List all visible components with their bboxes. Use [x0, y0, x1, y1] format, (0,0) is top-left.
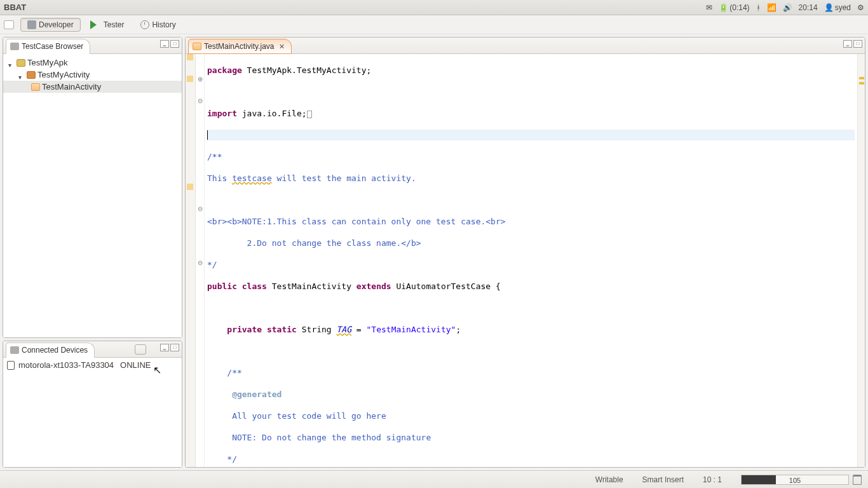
- maximize-view-button[interactable]: □: [170, 40, 179, 48]
- view-testcase-browser: TestCase Browser ‗ □ TestMyApk: [3, 37, 182, 338]
- progress-text: 105: [742, 475, 848, 484]
- device-status: ONLINE: [120, 360, 151, 370]
- browser-tabstrip: TestCase Browser ‗ □: [3, 37, 182, 54]
- package-icon: [27, 71, 36, 79]
- warning-marker[interactable]: [187, 184, 193, 190]
- view-connected-devices: Connected Devices ‗ □ motorola-xt1033-TA…: [3, 341, 182, 468]
- developer-icon: [27, 20, 36, 29]
- volume-icon[interactable]: 🔊: [783, 3, 792, 12]
- perspective-toolbar: Developer Tester History: [0, 15, 868, 34]
- browser-body[interactable]: TestMyApk TestMyActivity TestMainActivit…: [3, 54, 182, 337]
- progress-bar[interactable]: 105: [741, 475, 849, 485]
- maximize-view-button[interactable]: □: [170, 344, 179, 351]
- workbench: TestCase Browser ‗ □ TestMyApk: [0, 34, 868, 470]
- status-bar: Writable Smart Insert 10 : 1 105: [0, 470, 868, 488]
- close-tab-icon[interactable]: ✕: [279, 43, 285, 51]
- open-perspective-button[interactable]: [4, 20, 14, 29]
- status-cursor-position: 10 : 1: [703, 475, 722, 484]
- minimize-editor-button[interactable]: ‗: [843, 40, 852, 48]
- history-icon: [140, 20, 149, 29]
- warning-marker[interactable]: [859, 77, 864, 79]
- warning-marker[interactable]: [187, 76, 193, 82]
- maximize-editor-button[interactable]: □: [853, 40, 862, 48]
- app-title: BBAT: [4, 3, 26, 12]
- minimize-view-button[interactable]: ‗: [160, 40, 169, 48]
- java-file-icon: [193, 43, 201, 50]
- refresh-devices-button[interactable]: [135, 344, 146, 355]
- phone-icon: [7, 361, 15, 370]
- perspective-tester[interactable]: Tester: [83, 18, 132, 32]
- bluetooth-icon[interactable]: ᚼ: [756, 3, 761, 12]
- fold-gutter[interactable]: ⊕ ⊖ ⊖ ⊖: [196, 54, 205, 467]
- tab-testmainactivity-java[interactable]: TestMainActivity.java ✕: [188, 39, 292, 54]
- devices-body[interactable]: motorola-xt1033-TA93304 ONLINE: [3, 358, 182, 467]
- user-menu[interactable]: 👤 syed: [824, 3, 851, 12]
- marker-gutter[interactable]: [186, 54, 196, 467]
- system-tray: ✉ 🔋(0:14) ᚼ 📶 🔊 20:14 👤 syed ⚙: [706, 3, 864, 12]
- cancel-progress-icon[interactable]: [853, 475, 862, 485]
- device-name: motorola-xt1033-TA93304: [18, 360, 114, 370]
- mail-icon[interactable]: ✉: [706, 3, 712, 12]
- perspective-developer[interactable]: Developer: [20, 18, 81, 32]
- device-row[interactable]: motorola-xt1033-TA93304 ONLINE: [7, 360, 178, 370]
- status-writable: Writable: [595, 475, 623, 484]
- editor-body: ⊕ ⊖ ⊖ ⊖ package TestMyApk.TestMyActivity…: [186, 54, 865, 467]
- tab-testcase-browser[interactable]: TestCase Browser: [6, 39, 90, 54]
- left-column: TestCase Browser ‗ □ TestMyApk: [3, 37, 182, 468]
- collapse-fold-icon[interactable]: ⊖: [197, 206, 203, 212]
- overview-ruler[interactable]: [857, 54, 865, 467]
- java-file-icon: [31, 83, 40, 91]
- minimize-view-button[interactable]: ‗: [160, 344, 169, 351]
- editor-column: TestMainActivity.java ✕ ‗ □ ⊕ ⊖ ⊖: [185, 37, 865, 468]
- status-insert-mode: Smart Insert: [642, 475, 684, 484]
- chevron-down-icon[interactable]: [8, 60, 15, 66]
- tab-connected-devices[interactable]: Connected Devices: [6, 342, 95, 358]
- expand-fold-icon[interactable]: ⊕: [197, 76, 203, 83]
- perspective-history[interactable]: History: [133, 18, 182, 32]
- warning-marker[interactable]: [859, 82, 864, 85]
- system-menubar: BBAT ✉ 🔋(0:14) ᚼ 📶 🔊 20:14 👤 syed ⚙: [0, 0, 868, 15]
- devices-icon: [10, 346, 19, 354]
- battery-indicator[interactable]: 🔋(0:14): [719, 3, 749, 12]
- text-caret: [207, 130, 208, 140]
- collapse-fold-icon[interactable]: ⊖: [197, 260, 203, 266]
- progress-area: 105: [741, 475, 862, 485]
- project-icon: [17, 59, 25, 67]
- tester-icon: [90, 20, 101, 29]
- network-icon[interactable]: 📶: [767, 3, 776, 12]
- collapse-fold-icon[interactable]: ⊖: [197, 98, 203, 104]
- folded-imports-indicator[interactable]: [307, 111, 312, 118]
- view-editor: TestMainActivity.java ✕ ‗ □ ⊕ ⊖ ⊖: [185, 37, 865, 468]
- warning-marker[interactable]: [187, 54, 193, 60]
- chevron-down-icon[interactable]: [18, 72, 25, 78]
- clock[interactable]: 20:14: [799, 3, 818, 12]
- tree-file-testmainactivity[interactable]: TestMainActivity: [3, 81, 182, 93]
- devices-tabstrip: Connected Devices ‗ □: [3, 341, 182, 358]
- tree-project[interactable]: TestMyApk: [3, 57, 182, 69]
- settings-gear-icon[interactable]: ⚙: [857, 3, 864, 12]
- tree-package[interactable]: TestMyActivity: [3, 69, 182, 81]
- testcase-tree[interactable]: TestMyApk TestMyActivity TestMainActivit…: [3, 54, 182, 95]
- code-editor[interactable]: package TestMyApk.TestMyActivity; import…: [205, 54, 857, 467]
- browser-icon: [10, 43, 19, 50]
- editor-tabstrip: TestMainActivity.java ✕ ‗ □: [186, 37, 865, 54]
